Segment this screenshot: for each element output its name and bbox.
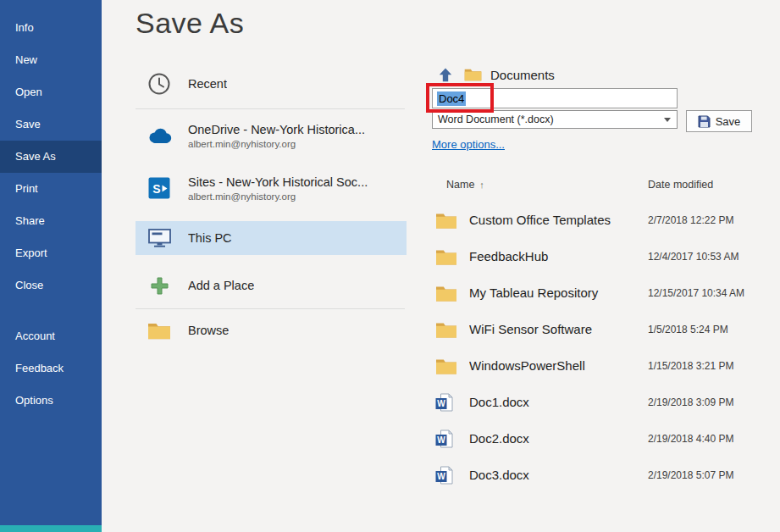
word-file-icon: W xyxy=(435,393,469,412)
chevron-down-icon xyxy=(664,118,671,122)
filename-selected-text: Doc4 xyxy=(437,91,466,106)
name-header-label: Name xyxy=(446,179,474,191)
file-row[interactable]: W Doc2.docx 2/19/2018 4:40 PM xyxy=(432,420,767,457)
taskbar-edge-strip xyxy=(0,525,102,532)
sidebar-item-open[interactable]: Open xyxy=(0,76,102,108)
onedrive-cloud-icon xyxy=(144,127,174,144)
file-name: Doc1.docx xyxy=(469,395,648,409)
file-type-row: Word Document (*.docx) Save xyxy=(432,110,767,133)
word-file-icon: W xyxy=(435,466,469,485)
place-item-recent[interactable]: Recent xyxy=(136,59,407,108)
sharepoint-icon: S xyxy=(144,177,174,199)
svg-text:W: W xyxy=(437,435,445,445)
current-folder-label[interactable]: Documents xyxy=(490,68,555,82)
sidebar-item-new[interactable]: New xyxy=(0,44,102,76)
place-account-email: albert.min@nyhistory.org xyxy=(188,139,365,149)
svg-text:W: W xyxy=(437,472,445,481)
sidebar-item-options[interactable]: Options xyxy=(0,385,102,417)
file-date-modified: 2/19/2018 5:07 PM xyxy=(648,469,733,481)
more-options-link[interactable]: More options... xyxy=(432,138,505,151)
file-row[interactable]: W Doc1.docx 2/19/2018 3:09 PM xyxy=(432,384,767,420)
place-label: This PC xyxy=(188,231,232,245)
folder-icon xyxy=(464,68,482,81)
file-date-modified: 12/4/2017 10:53 AM xyxy=(648,251,739,263)
sidebar-item-export[interactable]: Export xyxy=(0,237,102,269)
file-name: WiFi Sensor Software xyxy=(469,322,648,336)
place-item-browse[interactable]: Browse xyxy=(136,309,407,352)
place-label: Recent xyxy=(188,77,227,91)
clock-icon xyxy=(144,72,174,96)
place-item-sites[interactable]: S Sites - New-York Historical Soc... alb… xyxy=(136,162,407,214)
backstage-sidebar: Info New Open Save Save As Print Share E… xyxy=(0,0,102,525)
sidebar-item-feedback[interactable]: Feedback xyxy=(0,352,102,385)
page-title: Save As xyxy=(136,7,244,40)
place-item-onedrive[interactable]: OneDrive - New-York Historica... albert.… xyxy=(136,109,407,162)
plus-icon xyxy=(144,276,174,296)
file-name: WindowsPowerShell xyxy=(469,358,648,373)
sidebar-item-close[interactable]: Close xyxy=(0,269,102,302)
place-account-email: albert.min@nyhistory.org xyxy=(188,191,368,202)
sidebar-item-print[interactable]: Print xyxy=(0,173,102,205)
sort-ascending-icon: ↑ xyxy=(479,180,484,190)
sidebar-item-share[interactable]: Share xyxy=(0,205,102,237)
file-row[interactable]: Custom Office Templates 2/7/2018 12:22 P… xyxy=(432,202,767,238)
file-type-dropdown[interactable]: Word Document (*.docx) xyxy=(432,110,678,129)
svg-text:W: W xyxy=(437,399,445,408)
name-column-header[interactable]: Name ↑ xyxy=(446,179,648,191)
sidebar-item-save-as[interactable]: Save As xyxy=(0,141,102,173)
place-label: Add a Place xyxy=(188,279,254,292)
file-row[interactable]: My Tableau Repository 12/15/2017 10:34 A… xyxy=(432,274,767,311)
file-date-modified: 1/15/2018 3:21 PM xyxy=(648,360,733,372)
place-label: Browse xyxy=(188,324,229,337)
file-date-modified: 1/5/2018 5:24 PM xyxy=(648,324,728,335)
svg-text:S: S xyxy=(152,182,160,196)
word-file-icon: W xyxy=(435,429,469,448)
breadcrumb: Documents xyxy=(432,64,767,85)
save-floppy-icon xyxy=(698,115,711,128)
file-name: Custom Office Templates xyxy=(469,213,648,227)
sidebar-spacer xyxy=(0,302,102,320)
folder-icon xyxy=(435,212,469,229)
file-name: My Tableau Repository xyxy=(469,285,648,300)
folder-icon xyxy=(435,321,469,338)
sidebar-item-info[interactable]: Info xyxy=(0,12,102,44)
save-button-label: Save xyxy=(716,115,741,128)
folder-icon xyxy=(144,321,174,340)
file-table-header: Name ↑ Date modified xyxy=(432,179,767,191)
folder-icon xyxy=(435,248,469,265)
place-item-this-pc[interactable]: This PC xyxy=(136,221,407,255)
filename-input[interactable]: Doc4 xyxy=(432,88,678,108)
file-date-modified: 12/15/2017 10:34 AM xyxy=(648,287,744,299)
file-row[interactable]: WindowsPowerShell 1/15/2018 3:21 PM xyxy=(432,347,767,384)
file-list: Custom Office Templates 2/7/2018 12:22 P… xyxy=(432,202,767,493)
file-row[interactable]: WiFi Sensor Software 1/5/2018 5:24 PM xyxy=(432,311,767,347)
file-name: FeedbackHub xyxy=(469,249,648,263)
file-name: Doc2.docx xyxy=(469,431,648,446)
date-modified-column-header[interactable]: Date modified xyxy=(648,179,713,191)
filename-row: Doc4 xyxy=(432,88,767,108)
file-name: Doc3.docx xyxy=(469,468,648,482)
sidebar-item-account[interactable]: Account xyxy=(0,320,102,352)
folder-icon xyxy=(435,357,469,374)
save-button[interactable]: Save xyxy=(686,110,752,132)
place-label: Sites - New-York Historical Soc... xyxy=(188,175,368,189)
file-date-modified: 2/7/2018 12:22 PM xyxy=(648,214,733,226)
folder-icon xyxy=(435,285,469,302)
file-type-value: Word Document (*.docx) xyxy=(438,114,554,125)
file-date-modified: 2/19/2018 4:40 PM xyxy=(648,433,733,445)
sidebar-item-save[interactable]: Save xyxy=(0,108,102,141)
save-panel: Documents Doc4 Word Document (*.docx) Sa… xyxy=(432,64,767,493)
monitor-icon xyxy=(144,229,174,248)
up-one-level-button[interactable] xyxy=(439,68,452,82)
place-label: OneDrive - New-York Historica... xyxy=(188,123,365,136)
file-row[interactable]: FeedbackHub 12/4/2017 10:53 AM xyxy=(432,238,767,274)
file-date-modified: 2/19/2018 3:09 PM xyxy=(648,396,733,408)
place-item-add-a-place[interactable]: Add a Place xyxy=(136,267,407,304)
file-row[interactable]: W Doc3.docx 2/19/2018 5:07 PM xyxy=(432,457,767,493)
places-list: Recent OneDrive - New-York Historica... … xyxy=(136,59,407,352)
